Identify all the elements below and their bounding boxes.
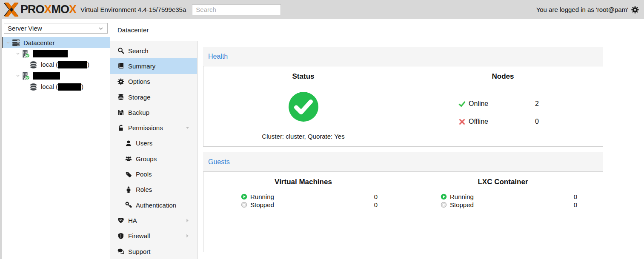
menu-item-authentication[interactable]: Authentication bbox=[110, 197, 197, 213]
nodes-column: Nodes Online2Offline0 bbox=[403, 66, 603, 146]
caret-right-icon bbox=[185, 218, 190, 223]
node-icon bbox=[22, 72, 30, 80]
proxmox-wordmark: PROXMOX bbox=[20, 4, 76, 15]
check-icon bbox=[458, 100, 466, 108]
stat-value: 2 bbox=[535, 100, 539, 108]
menu-item-label: Support bbox=[128, 248, 151, 255]
resource-tree: Datacenterlocal ()local () bbox=[2, 37, 110, 92]
node-icon bbox=[22, 50, 30, 58]
menu-item-label: Roles bbox=[136, 186, 152, 193]
heartbeat-icon bbox=[117, 217, 124, 224]
redacted-text bbox=[58, 83, 81, 91]
expander-chevron-icon[interactable] bbox=[6, 40, 11, 45]
menu-item-backup[interactable]: Backup bbox=[110, 105, 197, 120]
lxc-container-column: LXC Container Running0Stopped0 bbox=[403, 172, 603, 252]
chevron-down-icon bbox=[98, 26, 104, 31]
users-icon bbox=[125, 155, 132, 162]
menu-item-label: Options bbox=[128, 78, 150, 85]
wordmark-part: X bbox=[44, 3, 52, 16]
menu-item-label: Firewall bbox=[128, 232, 150, 239]
floppy-icon bbox=[117, 109, 124, 116]
running-icon bbox=[241, 194, 247, 200]
guests-card-title: Guests bbox=[208, 158, 230, 166]
server-icon bbox=[12, 39, 20, 47]
stat-value: 0 bbox=[374, 193, 378, 200]
lxc-container-heading: LXC Container bbox=[403, 178, 603, 186]
menu-item-label: Search bbox=[128, 47, 149, 54]
panel-title: Datacenter bbox=[110, 19, 644, 41]
redacted-text bbox=[33, 72, 60, 80]
person-icon bbox=[125, 186, 132, 193]
stat-row-offline: Offline0 bbox=[458, 117, 539, 127]
menu-item-groups[interactable]: Groups bbox=[110, 151, 197, 166]
cross-icon bbox=[458, 118, 466, 125]
logged-in-text: You are logged in as 'root@pam' bbox=[536, 6, 628, 13]
user-icon bbox=[125, 140, 132, 147]
tag-icon bbox=[125, 171, 132, 178]
menu-item-pools[interactable]: Pools bbox=[110, 166, 197, 182]
proxmox-logo: PROXMOX bbox=[3, 3, 76, 17]
top-header: PROXMOX Virtual Environment 4.4-15/7599e… bbox=[0, 0, 644, 19]
guests-card: Guests Virtual Machines Running0Stopped0… bbox=[203, 152, 603, 252]
caret-down-icon bbox=[185, 125, 190, 131]
expander-chevron-icon[interactable] bbox=[15, 73, 20, 78]
stat-value: 0 bbox=[535, 118, 539, 125]
health-card: Health Status Cluster: cluster, Quorate:… bbox=[203, 47, 603, 147]
tree-item-node-1[interactable] bbox=[2, 48, 110, 59]
gear-icon[interactable] bbox=[631, 6, 639, 14]
menu-item-label: Authentication bbox=[136, 202, 176, 209]
stat-label: Stopped bbox=[450, 201, 474, 208]
tree-item-label: Datacenter bbox=[23, 39, 54, 46]
cluster-status-caption: Cluster: cluster, Quorate: Yes bbox=[203, 133, 403, 140]
status-ok-icon bbox=[289, 92, 318, 122]
cluster-status-column: Status Cluster: cluster, Quorate: Yes bbox=[203, 66, 403, 146]
menu-item-label: Summary bbox=[128, 63, 155, 70]
menu-item-ha[interactable]: HA bbox=[110, 213, 197, 228]
guests-card-header: Guests bbox=[203, 152, 603, 171]
version-text: Virtual Environment 4.4-15/7599e35a bbox=[80, 6, 186, 13]
stat-row-stopped: Stopped0 bbox=[241, 201, 378, 209]
search-input[interactable] bbox=[192, 4, 281, 15]
tree-item-storage-local-1[interactable]: local () bbox=[2, 59, 110, 70]
stat-label: Online bbox=[469, 100, 488, 108]
expander-chevron-icon[interactable] bbox=[15, 51, 20, 56]
caret-right-icon bbox=[185, 233, 190, 239]
stat-label: Running bbox=[450, 193, 474, 200]
datacenter-menu: SearchSummaryOptionsStorageBackupPermiss… bbox=[110, 41, 197, 259]
health-card-header: Health bbox=[203, 47, 603, 66]
stat-label: Stopped bbox=[250, 201, 274, 208]
menu-item-summary[interactable]: Summary bbox=[110, 58, 197, 74]
menu-item-options[interactable]: Options bbox=[110, 74, 197, 89]
menu-item-permissions[interactable]: Permissions bbox=[110, 120, 197, 135]
resource-tree-sidebar: Server View Datacenterlocal ()local () bbox=[0, 19, 110, 259]
nodes-heading: Nodes bbox=[403, 72, 603, 81]
tree-item-label: local () bbox=[41, 61, 89, 69]
menu-item-storage[interactable]: Storage bbox=[110, 89, 197, 105]
menu-item-label: Backup bbox=[128, 109, 149, 116]
menu-item-label: Pools bbox=[136, 171, 152, 178]
menu-item-users[interactable]: Users bbox=[110, 136, 197, 151]
stat-value: 0 bbox=[574, 193, 577, 200]
stat-row-running: Running0 bbox=[441, 193, 577, 201]
view-selector-dropdown[interactable]: Server View bbox=[4, 23, 108, 34]
gear-icon bbox=[117, 78, 124, 85]
menu-item-firewall[interactable]: Firewall bbox=[110, 228, 197, 244]
menu-item-support[interactable]: Support bbox=[110, 244, 197, 259]
view-selector-value: Server View bbox=[8, 25, 98, 32]
menu-item-search[interactable]: Search bbox=[110, 43, 197, 58]
shield-icon bbox=[117, 233, 124, 239]
tree-item-node-2[interactable] bbox=[2, 70, 110, 81]
storage-icon bbox=[29, 83, 37, 91]
menu-item-roles[interactable]: Roles bbox=[110, 182, 197, 197]
stat-value: 0 bbox=[574, 201, 577, 208]
stat-row-online: Online2 bbox=[458, 99, 539, 109]
menu-item-label: Users bbox=[136, 139, 152, 147]
workspace: Datacenter SearchSummaryOptionsStorageBa… bbox=[110, 19, 644, 259]
tree-item-label bbox=[33, 72, 60, 80]
redacted-text bbox=[58, 61, 87, 68]
menu-item-label: HA bbox=[128, 217, 137, 224]
stat-value: 0 bbox=[374, 201, 378, 208]
tree-item-datacenter[interactable]: Datacenter bbox=[2, 37, 110, 48]
tree-item-label: local () bbox=[41, 83, 83, 91]
tree-item-storage-local-2[interactable]: local () bbox=[2, 81, 110, 92]
